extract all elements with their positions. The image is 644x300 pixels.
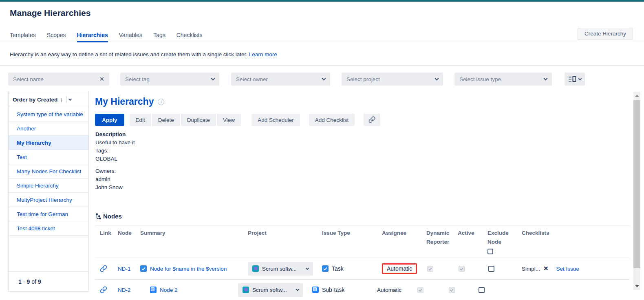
exclude-node-checkbox[interactable] [488,266,494,272]
link-icon [368,116,375,124]
divider [66,96,66,103]
chevron-down-icon[interactable] [68,97,72,101]
assignee-value[interactable]: Automatic [377,287,401,293]
project-avatar-icon [243,287,249,293]
apply-button[interactable]: Apply [95,114,124,126]
project-filter-select[interactable]: Select project [342,73,443,86]
scroll-up-icon[interactable] [635,95,639,97]
column-header-node: Node [118,229,140,254]
sidebar-item-many-nodes[interactable]: Many Nodes For Checklist [9,164,88,179]
column-header-project: Project [248,229,322,254]
chevron-down-icon [211,77,215,81]
project-select[interactable]: Scrum softw... [238,283,303,297]
pagination-end: 9 [26,278,30,285]
description-block: Description Useful to have it Tags: GLOB… [95,130,135,192]
chevron-down-icon [322,77,326,81]
tags-label: Tags: [95,147,135,155]
link-icon[interactable] [100,265,107,272]
duplicate-button[interactable]: Duplicate [181,114,216,126]
tags-value: GLOBAL [95,155,135,163]
scrollbar-thumb[interactable] [633,100,640,268]
filter-bar: ✕ Select tag Select owner Select project… [8,73,585,86]
dynamic-reporter-checkbox [427,266,433,272]
pagination-of: of [31,278,36,285]
link-icon[interactable] [100,286,107,293]
column-header-dynamic-reporter: Dynamic Reporter [426,229,458,254]
hierarchy-list-panel: Order by Created ↓ System type of the va… [8,92,89,292]
node-summary-link[interactable]: Node 2 [160,287,178,293]
node-key-link[interactable]: ND-1 [118,266,131,272]
set-issue-link[interactable]: Set Issue [556,266,579,272]
action-button-group: Edit Delete Duplicate View [130,114,241,126]
sidebar-item-simple-hierarchy[interactable]: Simple Hierarchy [9,179,88,193]
nodes-section-title: Nodes [96,213,122,220]
column-settings-button[interactable] [565,73,585,86]
nodes-title-text: Nodes [103,213,122,220]
top-accent-bar [0,0,644,2]
sidebar-item-multyproject[interactable]: MultyProject Hierarchy [9,193,88,207]
assignee-value[interactable]: Automatic [387,265,412,272]
sidebar-item-test[interactable]: Test [9,150,88,164]
issue-type-value: Sub-task [322,287,344,293]
sidebar-item-test-4098[interactable]: Test 4098 ticket [9,221,88,236]
exclude-all-checkbox[interactable] [487,249,493,254]
info-icon[interactable]: i [158,99,164,105]
page-title: Manage Hierarchies [10,8,90,18]
exclude-node-checkbox[interactable] [479,287,485,293]
chevron-down-icon [578,77,581,80]
vertical-scrollbar[interactable] [633,92,640,290]
node-key-link[interactable]: ND-2 [118,287,131,293]
sidebar-item-another[interactable]: Another [9,121,88,136]
remove-checklist-icon[interactable]: ✕ [543,265,549,272]
table-row: ND-2 Node 2 Scrum softw... Sub-task Auto… [95,279,630,300]
table-row: ND-1 Node for $name in the $version Scru… [95,258,630,279]
active-checkbox [459,266,465,272]
owner-name: admin [95,175,135,183]
nodes-divider [95,225,630,225]
subtask-icon [150,287,157,293]
checklist-name: Simpl... [522,266,540,272]
sort-descending-icon[interactable]: ↓ [60,97,63,103]
tabs-divider [0,41,644,41]
node-summary-link[interactable]: Node for $name in the $version [150,266,227,272]
sidebar-item-system-type[interactable]: System type of the variable [9,107,88,121]
view-button[interactable]: View [217,114,241,126]
copy-link-button[interactable] [364,114,380,126]
hierarchy-tree-icon [96,213,101,219]
sidebar-item-test-time[interactable]: Test time for German [9,207,88,221]
name-filter[interactable]: ✕ [8,73,109,86]
sidebar-item-my-hierarchy[interactable]: My Hierarchy [9,136,88,150]
hierarchy-title: My Hierarchy i [95,96,164,107]
intro-sentence: Hierarchy is an easy way to define a set… [10,51,247,57]
active-checkbox [449,287,455,293]
sidebar-spacer [9,236,88,271]
project-avatar-icon [252,265,259,272]
column-header-assignee: Assignee [382,229,426,254]
exclude-node-label: Exclude Node [487,229,522,247]
scroll-down-icon[interactable] [635,285,639,287]
task-icon [322,265,329,272]
subtask-icon [312,287,319,293]
assignee-highlight-box: Automatic [382,263,417,274]
order-by-header[interactable]: Order by Created ↓ [9,92,88,107]
table-header-row: Link Node Summary Project Issue Type Ass… [95,229,630,254]
add-checklist-button[interactable]: Add Checklist [309,114,355,126]
column-header-link: Link [100,229,118,254]
project-filter-placeholder: Select project [346,76,380,82]
owner-filter-select[interactable]: Select owner [231,73,330,86]
issue-type-filter-select[interactable]: Select issue type [454,73,552,86]
owner-filter-placeholder: Select owner [236,76,268,82]
owners-label: Owners: [95,167,135,175]
create-hierarchy-button[interactable]: Create Hierarchy [578,28,633,40]
tag-filter-select[interactable]: Select tag [120,73,219,86]
delete-button[interactable]: Delete [152,114,180,126]
issue-type-value: Task [332,265,344,272]
search-input[interactable] [13,76,99,82]
clear-icon[interactable]: ✕ [99,75,104,83]
project-select[interactable]: Scrum softw... [248,262,313,276]
chevron-down-icon [296,287,299,291]
edit-button[interactable]: Edit [130,114,151,126]
add-scheduler-button[interactable]: Add Scheduler [251,114,300,126]
pagination-total: 9 [38,278,41,285]
learn-more-link[interactable]: Learn more [249,51,277,57]
